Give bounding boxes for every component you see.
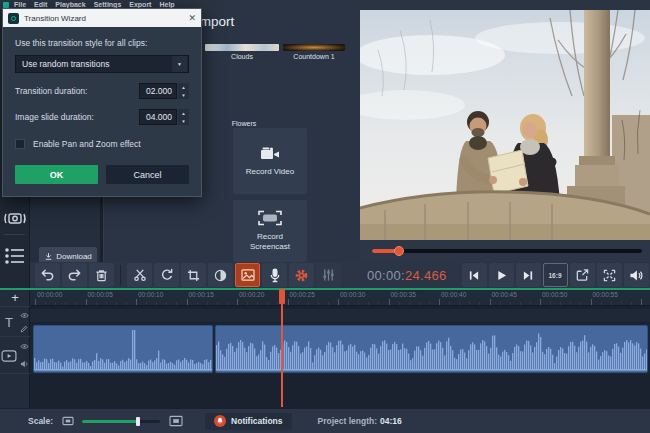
ruler-tick (75, 302, 76, 305)
ruler-tick (136, 299, 137, 305)
transition-style-select[interactable]: Use random transitions ▼ (15, 55, 189, 73)
ruler-tick (429, 302, 430, 305)
media-thumbnail-countdown[interactable]: Countdown 1 (283, 44, 345, 60)
title-track-header[interactable]: T (0, 309, 30, 337)
audio-clip-2[interactable] (215, 325, 648, 373)
audio-clip-1[interactable] (33, 325, 213, 373)
ruler-label: 00:00:45 (492, 291, 517, 298)
record-video-button[interactable]: Record Video (233, 128, 307, 194)
playhead-handle[interactable] (279, 289, 285, 304)
add-track-button[interactable]: + (0, 289, 30, 307)
accent-separator (0, 288, 650, 290)
ruler-tick (65, 302, 66, 305)
crop-button[interactable] (181, 263, 206, 287)
fullscreen-button[interactable] (597, 263, 622, 287)
video-track-lane[interactable] (30, 324, 650, 374)
undo-button[interactable] (35, 263, 60, 287)
trash-icon (95, 268, 108, 282)
dialog-app-icon (8, 13, 19, 24)
contrast-icon (214, 269, 227, 282)
record-screencast-button[interactable]: Record Screencast (233, 200, 307, 262)
gear-icon (294, 268, 309, 283)
webcam-capture-icon[interactable] (0, 208, 30, 230)
ruler-tick (126, 302, 127, 305)
ok-button[interactable]: OK (15, 165, 98, 184)
video-track-icon (0, 338, 18, 373)
ruler-tick (560, 302, 561, 305)
scale-slider[interactable] (82, 420, 160, 423)
cancel-button[interactable]: Cancel (106, 165, 189, 184)
clouds-thumbnail-image (205, 44, 279, 51)
split-button[interactable] (127, 263, 152, 287)
ruler-tick (550, 302, 551, 305)
ruler-tick (156, 302, 157, 305)
transition-wizard-button[interactable] (235, 263, 260, 287)
slide-duration-input[interactable]: 04.000 (139, 109, 177, 125)
record-audio-button[interactable] (262, 263, 287, 287)
equalizer-icon (322, 268, 335, 282)
seek-handle[interactable] (394, 246, 404, 256)
thumbnail-label: Flowers (207, 120, 281, 127)
redo-button[interactable] (62, 263, 87, 287)
ruler-tick (227, 302, 228, 305)
ruler-tick (176, 302, 177, 305)
pan-zoom-checkbox[interactable] (15, 139, 25, 149)
ruler-tick (86, 299, 87, 305)
spin-up-icon[interactable]: ▲ (178, 109, 189, 117)
dialog-title-bar[interactable]: Transition Wizard ✕ (3, 9, 201, 27)
audio-levels-button[interactable] (316, 263, 341, 287)
zoom-out-icon[interactable] (62, 416, 74, 426)
ruler-label: 00:00:05 (88, 291, 113, 298)
previous-frame-icon (468, 270, 480, 281)
previous-frame-button[interactable] (462, 263, 487, 287)
player-options: 16:9 (543, 263, 649, 287)
spin-down-icon[interactable]: ▼ (178, 117, 189, 125)
project-length-value: 04:16 (380, 416, 402, 426)
playhead[interactable] (281, 289, 283, 407)
pan-zoom-label: Enable Pan and Zoom effect (33, 139, 141, 149)
media-thumbnail-flowers[interactable]: Flowers (207, 74, 281, 127)
spin-down-icon[interactable]: ▼ (178, 91, 189, 99)
ruler-tick (328, 302, 329, 305)
style-label: Use this transition style for all clips: (15, 27, 189, 48)
clip-properties-button[interactable] (289, 263, 314, 287)
zoom-in-icon[interactable] (169, 415, 183, 427)
aspect-ratio-button[interactable]: 16:9 (543, 263, 568, 287)
popout-player-button[interactable] (570, 263, 595, 287)
color-adjust-button[interactable] (208, 263, 233, 287)
media-list-icon[interactable] (0, 246, 30, 266)
title-track-icon: T (0, 309, 18, 336)
title-track-lane[interactable] (30, 309, 650, 322)
ruler-tick (570, 302, 571, 305)
thumbnail-label: Countdown 1 (283, 53, 345, 60)
notification-bell-icon (214, 415, 226, 427)
ruler-tick (257, 302, 258, 305)
spin-up-icon[interactable]: ▲ (178, 83, 189, 91)
video-preview (360, 10, 650, 240)
delete-button[interactable] (89, 263, 114, 287)
play-button[interactable] (489, 263, 514, 287)
close-icon[interactable]: ✕ (188, 14, 196, 23)
scale-slider-handle[interactable] (136, 417, 140, 426)
media-thumbnail-clouds[interactable]: Clouds (205, 44, 279, 60)
sidebar-divider (4, 234, 25, 235)
eye-icon[interactable] (20, 343, 29, 350)
preview-frame-image (360, 10, 650, 240)
seek-bar-row (360, 240, 650, 262)
transition-duration-input[interactable]: 02.000 (139, 83, 177, 99)
transition-duration-stepper[interactable]: ▲ ▼ (178, 83, 189, 99)
chevron-down-icon: ▼ (172, 56, 187, 72)
pencil-icon[interactable] (20, 325, 28, 333)
ruler-tick (631, 302, 632, 305)
timeline-ruler[interactable]: 00:00:0000:00:0500:00:1000:00:1500:00:20… (30, 289, 650, 306)
volume-button[interactable] (624, 263, 649, 287)
slide-duration-stepper[interactable]: ▲ ▼ (178, 109, 189, 125)
thumbnail-label: Clouds (205, 53, 279, 60)
notifications-button[interactable]: Notifications (205, 413, 291, 430)
eye-icon[interactable] (20, 312, 29, 319)
next-frame-button[interactable] (516, 263, 541, 287)
video-track-header[interactable] (0, 338, 30, 374)
rotate-button[interactable] (154, 263, 179, 287)
seek-bar[interactable] (372, 249, 642, 253)
speaker-icon[interactable] (20, 360, 29, 368)
